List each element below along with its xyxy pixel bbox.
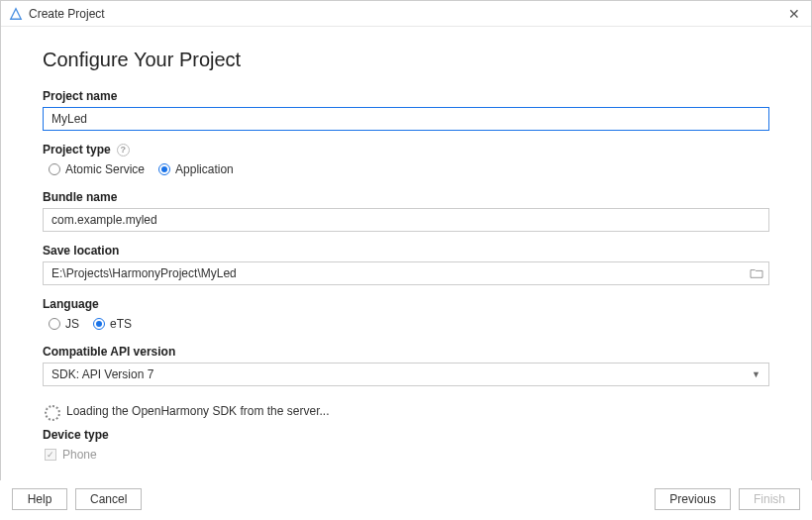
radio-js[interactable]: JS [49,317,79,331]
bundle-name-field: Bundle name [43,190,769,232]
radio-js-label: JS [65,317,79,331]
radio-ets[interactable]: eTS [93,317,132,331]
device-type-label: Device type [43,428,769,442]
device-type-field: Device type ✓ Phone [43,428,769,464]
spinner-icon [45,405,56,417]
checkbox-phone: ✓ [45,449,56,461]
radio-ets-label: eTS [110,317,132,331]
project-type-field: Project type ? Atomic Service Applicatio… [43,143,769,178]
api-version-value: SDK: API Version 7 [51,367,153,381]
bundle-name-label: Bundle name [43,190,769,204]
window-title: Create Project [29,7,105,21]
close-icon[interactable]: ✕ [785,5,803,23]
project-name-input[interactable] [43,107,769,131]
api-version-field: Compatible API version SDK: API Version … [43,345,769,386]
checkbox-phone-label: Phone [62,448,97,462]
previous-button[interactable]: Previous [655,488,731,510]
help-icon[interactable]: ? [117,144,130,156]
help-button[interactable]: Help [12,488,67,510]
save-location-input[interactable] [43,261,769,285]
api-version-select[interactable]: SDK: API Version 7 ▼ [43,363,769,386]
cancel-button[interactable]: Cancel [75,488,142,510]
loading-status: Loading the OpenHarmony SDK from the ser… [43,398,769,428]
project-name-field: Project name [43,89,769,131]
app-logo-icon [9,7,23,21]
titlebar: Create Project ✕ [1,1,811,27]
radio-application[interactable]: Application [158,162,234,176]
radio-application-label: Application [175,162,234,176]
dialog-footer: Help Cancel Previous Finish [0,480,812,520]
finish-button: Finish [739,488,800,510]
language-label: Language [43,297,769,311]
folder-icon[interactable] [750,267,763,279]
save-location-field: Save location [43,244,769,285]
dialog-content: Configure Your Project Project name Proj… [1,27,811,485]
api-version-label: Compatible API version [43,345,769,359]
project-type-label: Project type ? [43,143,769,156]
radio-atomic-label: Atomic Service [65,162,145,176]
project-name-label: Project name [43,89,769,103]
bundle-name-input[interactable] [43,208,769,232]
chevron-down-icon: ▼ [752,369,761,379]
language-field: Language JS eTS [43,297,769,333]
save-location-label: Save location [43,244,769,258]
project-type-label-text: Project type [43,143,111,156]
loading-text: Loading the OpenHarmony SDK from the ser… [66,404,329,418]
radio-atomic-service[interactable]: Atomic Service [49,162,145,176]
page-title: Configure Your Project [43,49,769,71]
